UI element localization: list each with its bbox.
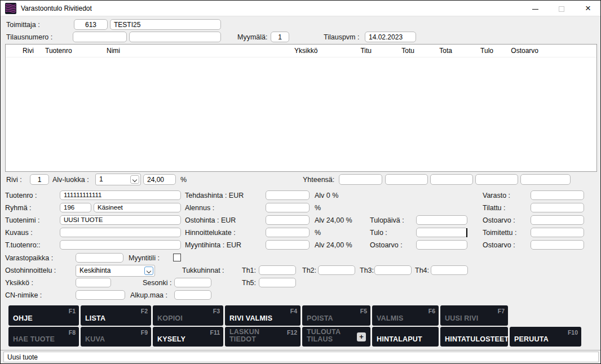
button-kopioi[interactable]: KOPIOIF3 [153, 305, 223, 326]
button-laskun-tiedot[interactable]: LASKUN TIEDOTF12 [225, 327, 300, 347]
t-tuotenro-field[interactable] [60, 240, 181, 250]
yhteensa-field-2[interactable] [385, 174, 428, 185]
kuvaus-label: Kuvaus : [5, 229, 33, 237]
receipt-ostoarvo-field[interactable] [416, 240, 467, 250]
button-kuva[interactable]: KUVAF9 [81, 327, 151, 347]
alv-luokka-label: Alv-luokka : [52, 176, 89, 184]
ostohinta-alv-label: Alv 24,00 % [315, 216, 352, 224]
varasto-field[interactable] [531, 190, 584, 200]
rivi-label: Rivi : [6, 176, 22, 184]
tulo-field[interactable] [416, 228, 467, 237]
button-kysely[interactable]: KYSELYF11 [153, 327, 223, 347]
tulo-label: Tulo : [370, 229, 387, 237]
button-label: HINTATULOSTEET [445, 336, 506, 343]
button-ohje[interactable]: OHJEF1 [8, 305, 79, 326]
ryhma-code-field[interactable]: 196 [60, 203, 91, 212]
varasto-label: Varasto : [483, 192, 510, 199]
rivi-field[interactable]: 1 [30, 174, 49, 185]
myymala-field[interactable]: 1 [271, 32, 289, 42]
button-hintatulosteet[interactable]: HINTATULOSTEET [440, 327, 508, 347]
hinnoittelukate-field[interactable] [266, 228, 310, 237]
column-header-rivi: Rivi [23, 47, 34, 55]
alv-percent-sign: % [180, 176, 187, 184]
rows-table[interactable]: Rivi Tuotenro Nimi Yksikkö Titu Totu Tot… [5, 44, 597, 172]
tilausnumero-code-field[interactable] [73, 32, 127, 42]
toimittaja-name-field[interactable]: TESTI25 [110, 19, 221, 30]
minimize-button[interactable] [525, 1, 545, 16]
plus-icon[interactable]: + [357, 332, 366, 341]
tehdashinta-field[interactable] [266, 190, 310, 200]
column-header-nimi: Nimi [107, 47, 120, 55]
tilauspvm-field[interactable]: 14.02.2023 [365, 32, 416, 42]
myyntihinta-label: Myyntihinta : EUR [185, 241, 241, 249]
button-valmis[interactable]: VALMISF6 [372, 305, 439, 326]
button-label: HAE TUOTE [13, 336, 55, 343]
yksikko-field[interactable] [76, 278, 111, 287]
alennus-field[interactable] [266, 203, 310, 212]
stock-ostoarvo2-label: Ostoarvo : [483, 241, 515, 249]
button-label: PERUUTA [514, 336, 549, 343]
tuotenro-field[interactable]: 111111111111 [60, 190, 181, 200]
button-label: RIVI VALMIS [229, 315, 272, 322]
button-label: KOPIOI [157, 315, 183, 322]
yhteensa-field-1[interactable] [339, 174, 382, 185]
ostohinnoittelu-selected-value: Keskihinta [79, 267, 111, 274]
alv-luokka-dropdown-button[interactable] [130, 175, 139, 184]
column-header-tulo: Tulo [461, 47, 493, 55]
tuotenimi-field[interactable]: UUSI TUOTE [60, 215, 181, 225]
th3-field[interactable] [374, 265, 412, 275]
toimittaja-code-field[interactable]: 613 [74, 19, 108, 30]
kuvaus-field[interactable] [60, 228, 181, 237]
tuotenro-label: Tuotenro : [5, 192, 37, 199]
toimittaja-label: Toimittaja : [6, 21, 40, 29]
button-rivi-valmis[interactable]: RIVI VALMISF4 [225, 305, 300, 326]
button-label: HINTALAPUT [377, 336, 422, 343]
yhteensa-field-3[interactable] [430, 174, 473, 185]
varastopaikka-field[interactable] [76, 253, 123, 263]
th2-label: Th2: [302, 267, 316, 274]
tuotenimi-label: Tuotenimi : [5, 216, 39, 224]
yhteensa-field-4[interactable] [475, 174, 518, 185]
button-peruuta[interactable]: PERUUTAF10 [510, 327, 581, 347]
button-tulouta-tilaus[interactable]: TULOUTA TILAUS+ [302, 327, 370, 347]
maximize-button[interactable] [552, 1, 571, 16]
statusbar-text: Uusi tuote [7, 353, 38, 361]
alv-luokka-select[interactable]: 1 [95, 174, 141, 185]
button-label: KYSELY [157, 336, 185, 343]
column-header-titu: Titu [339, 47, 372, 55]
stock-ostoarvo-field[interactable] [531, 215, 584, 225]
button-hae-tuote[interactable]: HAE TUOTEF8 [8, 327, 79, 347]
ostohinta-field[interactable] [266, 215, 310, 225]
th4-label: Th4: [415, 267, 429, 274]
ostohinnoittelu-dropdown-button[interactable] [144, 267, 153, 275]
ostohinnoittelu-select[interactable]: Keskihinta [76, 265, 155, 277]
tulopaiva-field[interactable] [416, 215, 467, 225]
th4-field[interactable] [431, 265, 468, 275]
column-header-yksikko: Yksikkö [294, 47, 317, 55]
button-poista[interactable]: POISTAF5 [302, 305, 370, 326]
yhteensa-field-5[interactable] [520, 174, 571, 185]
alkup-maa-field[interactable] [174, 290, 211, 300]
th1-field[interactable] [259, 265, 296, 275]
window: Varastoontulo Rivitiedot × Toimittaja : … [0, 0, 601, 364]
varastopaikka-label: Varastopaikka : [5, 254, 53, 262]
th2-field[interactable] [318, 265, 355, 275]
myyntihinta-field[interactable] [266, 240, 310, 250]
button-hintalaput[interactable]: HINTALAPUT [372, 327, 439, 347]
tilausnumero-name-field[interactable] [129, 32, 221, 42]
sesonki-field[interactable] [174, 278, 211, 287]
button-lista[interactable]: LISTAF2 [81, 305, 151, 326]
receipt-ostoarvo-label: Ostoarvo : [370, 241, 403, 249]
toimitettu-field[interactable] [531, 228, 584, 237]
button-label: KUVA [85, 336, 105, 343]
close-button[interactable]: × [578, 1, 598, 16]
button-uusi-rivi[interactable]: UUSI RIVIF7 [440, 305, 508, 326]
th5-field[interactable] [259, 278, 296, 287]
stock-ostoarvo2-field[interactable] [531, 240, 584, 250]
myyntitili-checkbox[interactable] [173, 254, 181, 261]
ryhma-name-field[interactable]: Käsineet [94, 203, 181, 212]
button-fkey-label: F11 [210, 329, 220, 336]
tilattu-field[interactable] [531, 203, 584, 212]
alv-percent-field[interactable]: 24,00 [143, 174, 176, 185]
cn-nimike-field[interactable] [76, 290, 125, 300]
